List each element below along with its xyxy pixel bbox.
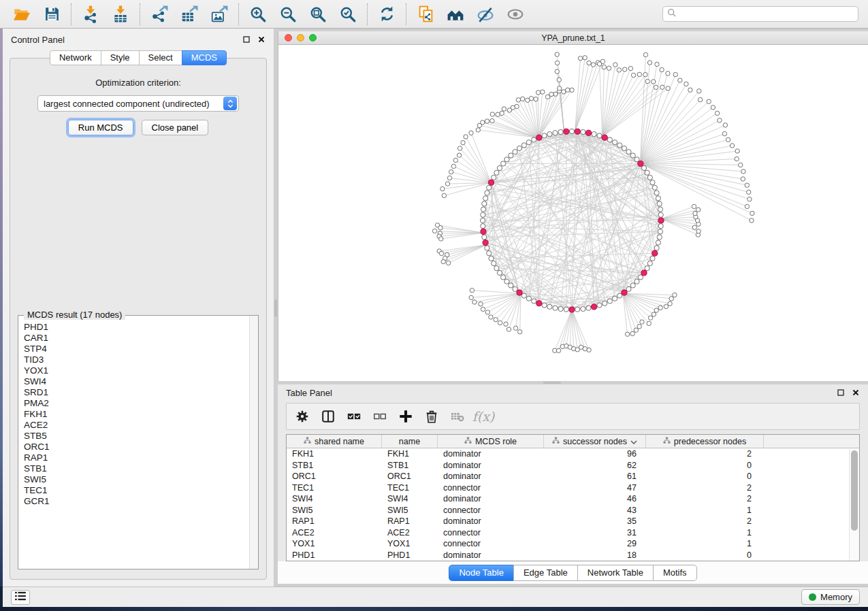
mcds-result-item[interactable]: YOX1 bbox=[24, 365, 249, 376]
table-cell[interactable]: 2 bbox=[646, 516, 764, 526]
show-all-icon[interactable] bbox=[500, 2, 530, 27]
import-network-icon[interactable] bbox=[76, 2, 106, 27]
table-cell[interactable]: 96 bbox=[544, 449, 646, 459]
table-cell[interactable]: 46 bbox=[544, 494, 646, 503]
table-scrollbar[interactable] bbox=[849, 449, 859, 561]
table-cell[interactable]: TEC1 bbox=[287, 483, 382, 493]
tab-select[interactable]: Select bbox=[139, 50, 182, 65]
table-cell[interactable]: dominator bbox=[438, 494, 544, 503]
table-cell[interactable]: 1 bbox=[646, 528, 764, 538]
mcds-result-item[interactable]: SWI4 bbox=[24, 376, 249, 387]
mcds-list-scrollbar[interactable] bbox=[249, 316, 258, 569]
table-cell[interactable]: dominator bbox=[438, 449, 544, 459]
mcds-result-item[interactable]: TEC1 bbox=[24, 485, 249, 496]
table-cell[interactable]: dominator bbox=[438, 550, 544, 560]
table-row[interactable]: RAP1RAP1dominator352 bbox=[287, 516, 859, 527]
table-cell[interactable]: dominator bbox=[438, 461, 544, 470]
import-table-icon[interactable] bbox=[106, 2, 135, 27]
splitter-handle[interactable] bbox=[543, 382, 561, 384]
close-panel-button[interactable]: Close panel bbox=[142, 120, 209, 135]
zoom-in-icon[interactable] bbox=[243, 2, 273, 27]
float-panel-icon[interactable] bbox=[837, 389, 845, 397]
tab-network[interactable]: Network bbox=[50, 50, 101, 65]
table-cell[interactable]: 0 bbox=[646, 461, 764, 470]
table-cell[interactable]: 1 bbox=[646, 506, 764, 515]
show-columns-icon[interactable] bbox=[315, 405, 341, 428]
table-cell[interactable]: SWI5 bbox=[382, 506, 438, 515]
tab-node-table[interactable]: Node Table bbox=[449, 565, 514, 581]
network-window-titlebar[interactable]: YPA_prune.txt_1 bbox=[278, 31, 868, 45]
table-cell[interactable]: 61 bbox=[544, 472, 646, 481]
table-cell[interactable]: 29 bbox=[544, 539, 646, 548]
table-cell[interactable]: SWI4 bbox=[382, 494, 438, 503]
mcds-result-item[interactable]: TID3 bbox=[24, 354, 249, 365]
table-cell[interactable]: connector bbox=[438, 539, 544, 548]
table-cell[interactable]: dominator bbox=[438, 472, 544, 481]
table-cell[interactable]: ACE2 bbox=[382, 528, 438, 538]
table-cell[interactable]: RAP1 bbox=[287, 516, 382, 526]
table-cell[interactable]: SWI5 bbox=[287, 506, 382, 515]
table-cell[interactable]: ACE2 bbox=[287, 528, 382, 538]
network-graph[interactable] bbox=[278, 45, 868, 380]
zoom-out-icon[interactable] bbox=[273, 2, 303, 27]
table-cell[interactable]: 47 bbox=[544, 483, 646, 493]
float-panel-icon[interactable] bbox=[242, 35, 251, 44]
mcds-result-item[interactable]: STB1 bbox=[24, 463, 249, 474]
export-image-icon[interactable] bbox=[204, 2, 234, 27]
table-cell[interactable]: FKH1 bbox=[287, 449, 382, 459]
close-panel-icon[interactable] bbox=[257, 35, 266, 44]
tab-network-table[interactable]: Network Table bbox=[577, 565, 654, 581]
table-cell[interactable]: PHD1 bbox=[382, 550, 438, 560]
search-box[interactable] bbox=[662, 6, 858, 22]
delete-row-icon[interactable] bbox=[419, 405, 445, 428]
export-network-icon[interactable] bbox=[144, 2, 174, 27]
horizontal-splitter[interactable] bbox=[278, 381, 868, 384]
add-row-icon[interactable] bbox=[393, 405, 419, 428]
table-cell[interactable]: STB1 bbox=[287, 461, 382, 470]
table-cell[interactable]: TEC1 bbox=[382, 483, 438, 493]
table-cell[interactable]: RAP1 bbox=[382, 516, 438, 526]
mcds-result-item[interactable]: CAR1 bbox=[24, 333, 249, 344]
criterion-dropdown[interactable]: largest connected component (undirected) bbox=[37, 95, 239, 112]
table-row[interactable]: PHD1PHD1dominator180 bbox=[287, 550, 859, 561]
mcds-result-item[interactable]: ACE2 bbox=[24, 420, 249, 431]
run-mcds-button[interactable]: Run MCDS bbox=[68, 120, 133, 135]
export-table-icon[interactable] bbox=[174, 2, 204, 27]
mcds-result-item[interactable]: STB5 bbox=[24, 431, 249, 442]
zoom-fit-icon[interactable] bbox=[303, 2, 333, 27]
hide-selected-icon[interactable] bbox=[470, 2, 500, 27]
mcds-result-item[interactable]: GCR1 bbox=[24, 496, 249, 507]
table-cell[interactable]: YOX1 bbox=[287, 539, 382, 548]
column-header-name[interactable]: name bbox=[382, 435, 438, 448]
table-cell[interactable]: dominator bbox=[438, 516, 544, 526]
mcds-result-item[interactable]: PMA2 bbox=[24, 398, 249, 409]
table-cell[interactable]: SWI4 bbox=[287, 494, 382, 503]
table-cell[interactable]: YOX1 bbox=[382, 539, 438, 548]
tab-mcds[interactable]: MCDS bbox=[182, 50, 227, 65]
table-cell[interactable]: 18 bbox=[544, 550, 646, 560]
table-cell[interactable]: 35 bbox=[544, 516, 646, 526]
table-cell[interactable]: ORC1 bbox=[382, 472, 438, 481]
mcds-result-item[interactable]: RAP1 bbox=[24, 452, 249, 463]
close-window-icon[interactable] bbox=[285, 34, 292, 42]
search-input[interactable] bbox=[679, 10, 854, 19]
open-file-icon[interactable] bbox=[7, 2, 37, 27]
table-scrollbar-thumb[interactable] bbox=[851, 450, 858, 531]
table-cell[interactable]: connector bbox=[438, 528, 544, 538]
table-row[interactable]: SWI4SWI4dominator462 bbox=[287, 493, 859, 505]
table-row[interactable]: STB1STB1dominator620 bbox=[287, 460, 859, 472]
memory-button[interactable]: Memory bbox=[801, 589, 860, 605]
mcds-result-item[interactable]: FKH1 bbox=[24, 409, 249, 420]
vertical-splitter[interactable] bbox=[274, 29, 278, 587]
table-cell[interactable]: FKH1 bbox=[382, 449, 438, 459]
close-panel-icon[interactable] bbox=[852, 389, 860, 397]
table-cell[interactable]: 43 bbox=[544, 506, 646, 515]
table-cell[interactable]: STB1 bbox=[382, 461, 438, 470]
mcds-result-item[interactable]: STP4 bbox=[24, 344, 249, 354]
refresh-icon[interactable] bbox=[372, 2, 402, 27]
save-session-icon[interactable] bbox=[37, 2, 67, 27]
table-cell[interactable]: 62 bbox=[544, 461, 646, 470]
table-cell[interactable]: 2 bbox=[646, 494, 764, 503]
splitter-handle[interactable] bbox=[274, 299, 277, 317]
table-cell[interactable]: 0 bbox=[646, 472, 764, 481]
